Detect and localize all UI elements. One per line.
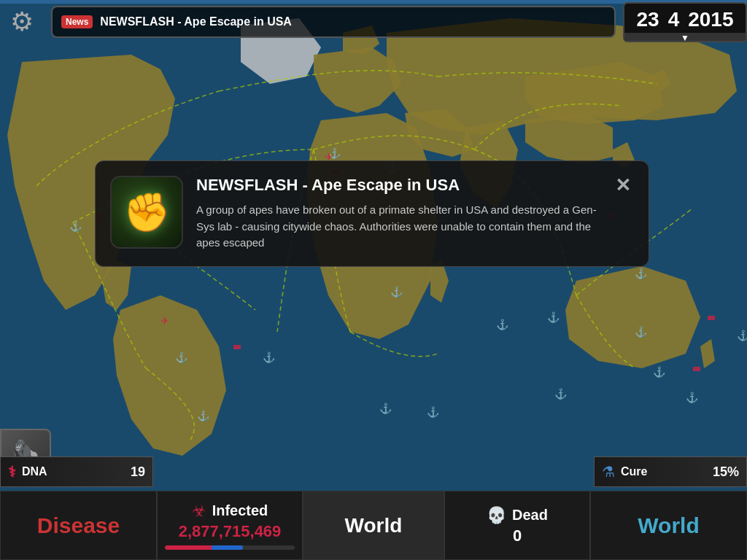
svg-text:⚓: ⚓: [547, 311, 560, 324]
infected-bar-fill: [165, 545, 243, 550]
dna-bar: ⚕ DNA 19: [0, 456, 153, 487]
popup-icon: ✊: [110, 176, 183, 249]
top-bar: ⚙ News NEWSFLASH - Ape Escape in USA 23 …: [0, 0, 747, 44]
svg-text:⚓: ⚓: [427, 406, 440, 419]
infected-panel[interactable]: ☣ Infected 2,877,715,469: [157, 491, 303, 560]
date-month: 4: [668, 8, 680, 31]
dna-label: DNA: [22, 465, 125, 478]
infected-count: 2,877,715,469: [179, 522, 282, 541]
date-year: 2015: [688, 8, 733, 31]
svg-text:✈: ✈: [160, 315, 169, 327]
svg-text:⚓: ⚓: [390, 286, 403, 298]
dead-panel[interactable]: 💀 Dead 0: [444, 491, 590, 560]
svg-text:⚓: ⚓: [69, 220, 82, 233]
news-text: NEWSFLASH - Ape Escape in USA: [100, 15, 292, 28]
dead-header: 💀 Dead: [487, 506, 548, 525]
svg-text:⚓: ⚓: [635, 326, 648, 338]
date-numbers: 23 4 2015: [626, 4, 743, 33]
cure-label: Cure: [621, 465, 707, 478]
disease-label: Disease: [37, 513, 120, 538]
biohazard-icon: ☣: [192, 502, 206, 521]
dead-label: Dead: [512, 507, 548, 524]
svg-text:⚓: ⚓: [653, 366, 666, 378]
svg-text:⚓: ⚓: [737, 330, 747, 342]
world2-label: World: [638, 513, 699, 538]
dead-count: 0: [513, 526, 522, 545]
dna-count: 19: [131, 464, 145, 480]
popup-body: A group of apes have broken out of a pri…: [196, 202, 599, 252]
infected-header: ☣ Infected: [192, 502, 268, 521]
svg-text:⚓: ⚓: [635, 268, 648, 280]
svg-rect-24: [693, 367, 700, 371]
news-badge: News: [61, 15, 93, 28]
dna-icon: ⚕: [8, 463, 16, 481]
date-dropdown[interactable]: ▼: [624, 33, 746, 42]
news-ticker[interactable]: News NEWSFLASH - Ape Escape in USA: [51, 6, 616, 38]
popup-content: NEWSFLASH - Ape Escape in USA A group of…: [196, 176, 599, 252]
infected-bar: [165, 545, 295, 550]
svg-text:⚓: ⚓: [379, 402, 392, 415]
disease-button[interactable]: Disease: [0, 491, 157, 560]
svg-rect-23: [708, 316, 715, 320]
gear-icon: ⚙: [10, 7, 34, 37]
infected-label: Infected: [212, 502, 268, 519]
date-display[interactable]: 23 4 2015 ▼: [623, 2, 747, 42]
cure-percent: 15%: [713, 464, 739, 480]
popup-close-button[interactable]: ✕: [612, 176, 634, 195]
cure-bar: ⚗ Cure 15%: [594, 456, 747, 487]
world2-button[interactable]: World: [590, 491, 747, 560]
svg-rect-21: [233, 345, 241, 349]
svg-text:⚓: ⚓: [496, 319, 509, 331]
dropdown-arrow: ▼: [681, 33, 689, 42]
fist-icon: ✊: [123, 190, 171, 235]
skull-icon: 💀: [487, 506, 506, 525]
svg-text:⚓: ⚓: [263, 351, 276, 364]
svg-text:⚓: ⚓: [686, 392, 699, 404]
news-popup: ✊ NEWSFLASH - Ape Escape in USA A group …: [95, 160, 649, 267]
svg-text:⚓: ⚓: [197, 410, 210, 422]
svg-text:⚓: ⚓: [175, 351, 188, 364]
date-day: 23: [636, 8, 659, 31]
bottom-nav: Disease ☣ Infected 2,877,715,469 World 💀…: [0, 491, 747, 560]
svg-text:⚓: ⚓: [554, 388, 568, 400]
popup-title: NEWSFLASH - Ape Escape in USA: [196, 176, 599, 195]
settings-button[interactable]: ⚙: [0, 0, 44, 44]
flask-icon: ⚗: [602, 463, 615, 481]
world-label: World: [345, 514, 403, 537]
world-button[interactable]: World: [303, 491, 444, 560]
